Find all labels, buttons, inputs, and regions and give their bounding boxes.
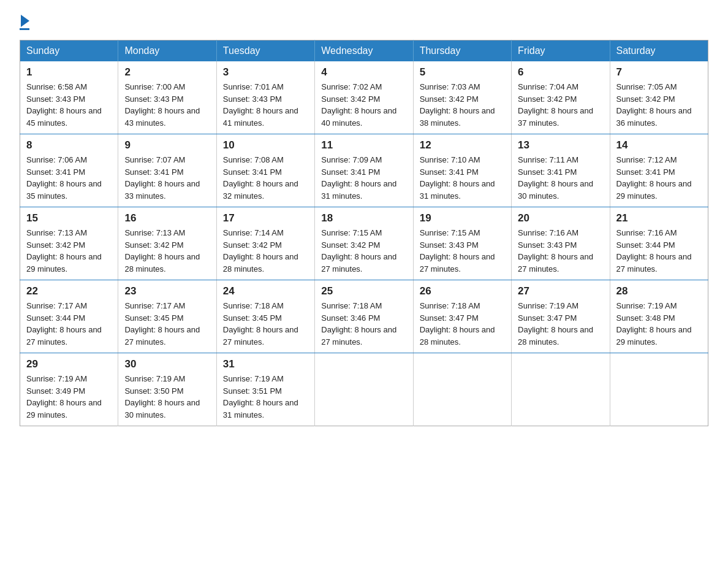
day-number: 27: [518, 285, 603, 297]
calendar-cell: 19Sunrise: 7:15 AMSunset: 3:43 PMDayligh…: [413, 207, 511, 280]
day-number: 19: [420, 212, 505, 224]
calendar-cell: 28Sunrise: 7:19 AMSunset: 3:48 PMDayligh…: [610, 280, 708, 353]
calendar-cell: 25Sunrise: 7:18 AMSunset: 3:46 PMDayligh…: [315, 280, 413, 353]
day-number: 26: [420, 285, 505, 297]
day-number: 12: [420, 139, 505, 151]
day-info: Sunrise: 7:07 AMSunset: 3:41 PMDaylight:…: [124, 154, 210, 202]
calendar-cell: 24Sunrise: 7:18 AMSunset: 3:45 PMDayligh…: [216, 280, 314, 353]
day-info: Sunrise: 7:18 AMSunset: 3:45 PMDaylight:…: [223, 300, 308, 348]
calendar-cell: 18Sunrise: 7:15 AMSunset: 3:42 PMDayligh…: [315, 207, 413, 280]
day-number: 21: [616, 212, 702, 224]
day-number: 5: [420, 66, 505, 79]
day-info: Sunrise: 7:19 AMSunset: 3:50 PMDaylight:…: [124, 373, 210, 421]
day-info: Sunrise: 7:19 AMSunset: 3:49 PMDaylight:…: [26, 373, 112, 421]
day-number: 28: [616, 285, 702, 297]
calendar-cell: 27Sunrise: 7:19 AMSunset: 3:47 PMDayligh…: [512, 280, 610, 353]
day-number: 18: [321, 212, 406, 224]
calendar-cell: 13Sunrise: 7:11 AMSunset: 3:41 PMDayligh…: [512, 134, 610, 207]
day-number: 22: [26, 285, 112, 297]
day-info: Sunrise: 7:13 AMSunset: 3:42 PMDaylight:…: [124, 227, 210, 275]
weekday-header-wednesday: Wednesday: [315, 40, 413, 62]
day-number: 7: [616, 66, 702, 79]
calendar-cell: 26Sunrise: 7:18 AMSunset: 3:47 PMDayligh…: [413, 280, 511, 353]
calendar-cell: 1Sunrise: 6:58 AMSunset: 3:43 PMDaylight…: [20, 61, 118, 134]
day-info: Sunrise: 7:15 AMSunset: 3:43 PMDaylight:…: [420, 227, 505, 275]
calendar-cell: 2Sunrise: 7:00 AMSunset: 3:43 PMDaylight…: [118, 61, 216, 134]
calendar-cell: [610, 353, 708, 426]
day-number: 13: [518, 139, 603, 151]
calendar-cell: 20Sunrise: 7:16 AMSunset: 3:43 PMDayligh…: [512, 207, 610, 280]
day-info: Sunrise: 7:19 AMSunset: 3:48 PMDaylight:…: [616, 300, 702, 348]
page-header: [20, 15, 708, 30]
calendar-cell: [315, 353, 413, 426]
day-info: Sunrise: 7:16 AMSunset: 3:44 PMDaylight:…: [616, 227, 702, 275]
day-number: 1: [26, 66, 112, 79]
day-number: 3: [223, 66, 308, 79]
day-number: 16: [124, 212, 210, 224]
day-info: Sunrise: 7:12 AMSunset: 3:41 PMDaylight:…: [616, 154, 702, 202]
day-info: Sunrise: 7:18 AMSunset: 3:47 PMDaylight:…: [420, 300, 505, 348]
day-info: Sunrise: 7:04 AMSunset: 3:42 PMDaylight:…: [518, 81, 603, 129]
day-info: Sunrise: 7:05 AMSunset: 3:42 PMDaylight:…: [616, 81, 702, 129]
day-number: 30: [124, 358, 210, 370]
calendar-cell: 23Sunrise: 7:17 AMSunset: 3:45 PMDayligh…: [118, 280, 216, 353]
day-info: Sunrise: 7:01 AMSunset: 3:43 PMDaylight:…: [223, 81, 308, 129]
calendar-cell: 7Sunrise: 7:05 AMSunset: 3:42 PMDaylight…: [610, 61, 708, 134]
day-number: 24: [223, 285, 308, 297]
day-number: 17: [223, 212, 308, 224]
calendar-cell: 21Sunrise: 7:16 AMSunset: 3:44 PMDayligh…: [610, 207, 708, 280]
day-info: Sunrise: 7:02 AMSunset: 3:42 PMDaylight:…: [321, 81, 406, 129]
day-number: 8: [26, 139, 112, 151]
day-number: 31: [223, 358, 308, 370]
day-info: Sunrise: 7:19 AMSunset: 3:51 PMDaylight:…: [223, 373, 308, 421]
day-number: 11: [321, 139, 406, 151]
day-info: Sunrise: 7:03 AMSunset: 3:42 PMDaylight:…: [420, 81, 505, 129]
calendar-cell: 16Sunrise: 7:13 AMSunset: 3:42 PMDayligh…: [118, 207, 216, 280]
calendar-cell: 12Sunrise: 7:10 AMSunset: 3:41 PMDayligh…: [413, 134, 511, 207]
logo-triangle-icon: [21, 15, 29, 27]
day-number: 25: [321, 285, 406, 297]
calendar-cell: [413, 353, 511, 426]
calendar-cell: 11Sunrise: 7:09 AMSunset: 3:41 PMDayligh…: [315, 134, 413, 207]
day-number: 2: [124, 66, 210, 79]
weekday-header-sunday: Sunday: [20, 40, 118, 62]
logo-underline: [20, 28, 29, 30]
calendar-table: SundayMondayTuesdayWednesdayThursdayFrid…: [20, 40, 708, 426]
day-info: Sunrise: 7:17 AMSunset: 3:45 PMDaylight:…: [124, 300, 210, 348]
day-number: 23: [124, 285, 210, 297]
calendar-cell: [512, 353, 610, 426]
weekday-header-monday: Monday: [118, 40, 216, 62]
logo: [20, 15, 29, 30]
calendar-cell: 8Sunrise: 7:06 AMSunset: 3:41 PMDaylight…: [20, 134, 118, 207]
day-info: Sunrise: 7:09 AMSunset: 3:41 PMDaylight:…: [321, 154, 406, 202]
day-number: 4: [321, 66, 406, 79]
day-info: Sunrise: 7:00 AMSunset: 3:43 PMDaylight:…: [124, 81, 210, 129]
day-info: Sunrise: 7:13 AMSunset: 3:42 PMDaylight:…: [26, 227, 112, 275]
calendar-cell: 22Sunrise: 7:17 AMSunset: 3:44 PMDayligh…: [20, 280, 118, 353]
day-info: Sunrise: 7:10 AMSunset: 3:41 PMDaylight:…: [420, 154, 505, 202]
calendar-cell: 4Sunrise: 7:02 AMSunset: 3:42 PMDaylight…: [315, 61, 413, 134]
calendar-cell: 15Sunrise: 7:13 AMSunset: 3:42 PMDayligh…: [20, 207, 118, 280]
day-info: Sunrise: 7:16 AMSunset: 3:43 PMDaylight:…: [518, 227, 603, 275]
day-info: Sunrise: 7:19 AMSunset: 3:47 PMDaylight:…: [518, 300, 603, 348]
calendar-cell: 5Sunrise: 7:03 AMSunset: 3:42 PMDaylight…: [413, 61, 511, 134]
day-info: Sunrise: 6:58 AMSunset: 3:43 PMDaylight:…: [26, 81, 112, 129]
day-number: 15: [26, 212, 112, 224]
day-info: Sunrise: 7:14 AMSunset: 3:42 PMDaylight:…: [223, 227, 308, 275]
calendar-cell: 3Sunrise: 7:01 AMSunset: 3:43 PMDaylight…: [216, 61, 314, 134]
day-number: 9: [124, 139, 210, 151]
calendar-cell: 9Sunrise: 7:07 AMSunset: 3:41 PMDaylight…: [118, 134, 216, 207]
weekday-header-saturday: Saturday: [610, 40, 708, 62]
day-info: Sunrise: 7:17 AMSunset: 3:44 PMDaylight:…: [26, 300, 112, 348]
day-number: 29: [26, 358, 112, 370]
calendar-cell: 30Sunrise: 7:19 AMSunset: 3:50 PMDayligh…: [118, 353, 216, 426]
calendar-cell: 6Sunrise: 7:04 AMSunset: 3:42 PMDaylight…: [512, 61, 610, 134]
weekday-header-thursday: Thursday: [413, 40, 511, 62]
day-number: 20: [518, 212, 603, 224]
weekday-header-friday: Friday: [512, 40, 610, 62]
day-info: Sunrise: 7:06 AMSunset: 3:41 PMDaylight:…: [26, 154, 112, 202]
calendar-cell: 31Sunrise: 7:19 AMSunset: 3:51 PMDayligh…: [216, 353, 314, 426]
day-info: Sunrise: 7:18 AMSunset: 3:46 PMDaylight:…: [321, 300, 406, 348]
calendar-cell: 17Sunrise: 7:14 AMSunset: 3:42 PMDayligh…: [216, 207, 314, 280]
day-info: Sunrise: 7:11 AMSunset: 3:41 PMDaylight:…: [518, 154, 603, 202]
